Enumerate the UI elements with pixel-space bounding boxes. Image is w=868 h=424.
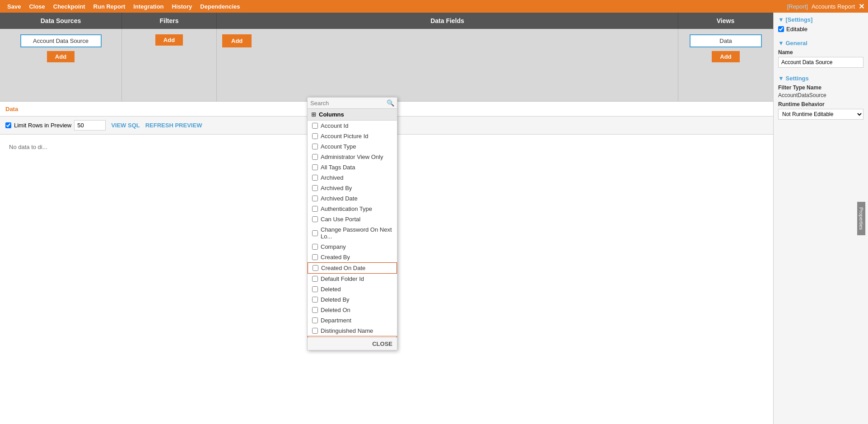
window-close-button[interactable]: ✕ (859, 2, 864, 11)
picker-item[interactable]: Distinguished Name (308, 326, 397, 336)
panel-datasources: Account Data Source Add (0, 29, 122, 101)
limit-rows-label: Limit Rows in Preview (14, 122, 71, 129)
picker-close-button[interactable]: CLOSE (372, 340, 392, 347)
checkpoint-button[interactable]: Checkpoint (50, 2, 89, 11)
name-label: Name (778, 49, 863, 56)
account-datasource-button[interactable]: Account Data Source (20, 34, 102, 47)
picker-header: ⊞ Columns (308, 109, 397, 121)
runtime-select[interactable]: Not Runtime Editable (778, 109, 863, 120)
picker-search-bar: 🔍 (308, 98, 397, 109)
picker-item[interactable]: All Tags Data (308, 162, 397, 172)
report-tag: [Report] (787, 3, 808, 10)
panel-filters: Add (122, 29, 217, 101)
column-picker: 🔍 ⊞ Columns Account IdAccount Picture Id… (307, 97, 397, 350)
dependencies-button[interactable]: Dependencies (196, 2, 243, 11)
datasource-add-button[interactable]: Add (47, 51, 75, 62)
picker-item[interactable]: Archived Date (308, 193, 397, 204)
columns-label: Columns (319, 111, 344, 118)
picker-item[interactable]: Created On Date (308, 262, 397, 274)
picker-item[interactable]: Created By (308, 252, 397, 262)
picker-item[interactable]: Default Folder Id (308, 274, 397, 284)
section-header-datasources: Data Sources (0, 13, 122, 29)
limit-rows-input[interactable] (74, 120, 106, 130)
editable-label: Editable (786, 26, 807, 33)
picker-item[interactable]: Account Picture Id (308, 131, 397, 141)
picker-item[interactable]: Account Id (308, 121, 397, 131)
picker-search-input[interactable] (310, 100, 387, 107)
picker-item[interactable]: Change Password On Next Lo... (308, 224, 397, 242)
editable-row: Editable (778, 26, 863, 33)
datafields-add-button[interactable]: Add (222, 34, 252, 47)
general-header[interactable]: ▼ General (778, 40, 863, 47)
toolbar-right: [Report] Accounts Report ✕ (787, 2, 864, 11)
picker-item[interactable]: Deleted (308, 284, 397, 294)
section-header-datafields: Data Fields (217, 13, 678, 29)
section-headers: Data Sources Filters Data Fields Views (0, 13, 773, 29)
top-panels: Account Data Source Add Add Add Data Add (0, 29, 773, 102)
picker-footer: CLOSE (308, 337, 397, 350)
integration-button[interactable]: Integration (130, 2, 167, 11)
save-button[interactable]: Save (4, 2, 24, 11)
run-report-button[interactable]: Run Report (90, 2, 129, 11)
properties-tab[interactable]: Properties (857, 201, 865, 235)
views-data-button[interactable]: Data (690, 34, 762, 47)
picker-item[interactable]: Deleted On (308, 305, 397, 315)
view-sql-button[interactable]: VIEW SQL (111, 122, 140, 129)
filters-add-button[interactable]: Add (155, 34, 183, 46)
picker-item[interactable]: Can Use Portal (308, 214, 397, 224)
panel-views: Data Add (678, 29, 773, 101)
picker-item[interactable]: Deleted By (308, 294, 397, 305)
picker-item[interactable]: Company (308, 242, 397, 252)
picker-item[interactable]: Archived (308, 172, 397, 183)
limit-rows: Limit Rows in Preview (5, 120, 106, 130)
refresh-preview-button[interactable]: REFRESH PREVIEW (145, 122, 202, 129)
runtime-select-row: Not Runtime Editable (778, 109, 863, 120)
picker-item[interactable]: Account Type (308, 141, 397, 152)
picker-list: Account IdAccount Picture IdAccount Type… (308, 121, 397, 337)
main-container: Data Sources Filters Data Fields Views A… (0, 13, 868, 424)
report-title: Accounts Report (812, 3, 855, 10)
picker-item[interactable]: Administrator View Only (308, 152, 397, 162)
history-button[interactable]: History (168, 2, 196, 11)
sidebar-settings-section: ▼ [Settings] Editable (774, 13, 868, 36)
name-input[interactable] (778, 57, 863, 68)
toolbar-left: Save Close Checkpoint Run Report Integra… (4, 2, 243, 11)
section-header-views: Views (678, 13, 773, 29)
panel-datafields: Add (217, 29, 678, 101)
sidebar-general-section: ▼ General Name (774, 36, 868, 71)
search-icon: 🔍 (387, 99, 394, 107)
settings-header[interactable]: ▼ [Settings] (778, 16, 863, 23)
limit-rows-checkbox[interactable] (5, 122, 11, 128)
filter-type-value: AccountDataSource (778, 92, 863, 98)
picker-item[interactable]: Archived By (308, 183, 397, 193)
filter-type-label: Filter Type Name (778, 84, 863, 91)
toolbar: Save Close Checkpoint Run Report Integra… (0, 0, 868, 13)
runtime-label: Runtime Behavior (778, 101, 863, 107)
grid-icon: ⊞ (311, 111, 316, 118)
section-header-filters: Filters (122, 13, 217, 29)
editable-checkbox[interactable] (778, 26, 784, 32)
sidebar-settings-section2: ▼ Settings Filter Type Name AccountDataS… (774, 71, 868, 123)
close-button[interactable]: Close (25, 2, 48, 11)
picker-item[interactable]: Department (308, 315, 397, 326)
picker-item[interactable]: Authentication Type (308, 204, 397, 214)
views-add-button[interactable]: Add (712, 51, 739, 62)
right-sidebar: ▼ [Settings] Editable ▼ General Name ▼ S… (773, 13, 868, 424)
settings-section-header[interactable]: ▼ Settings (778, 75, 863, 82)
data-label: Data (5, 106, 18, 112)
